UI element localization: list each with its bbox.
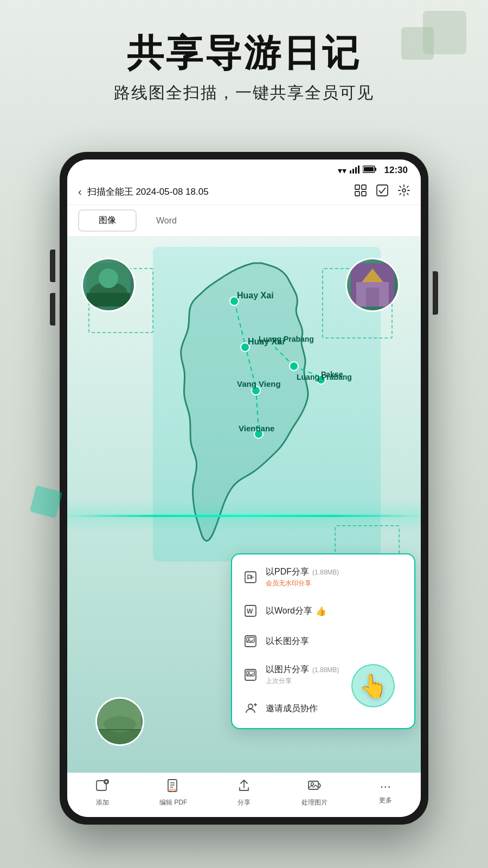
svg-rect-39 [366,288,379,307]
app-header: ‹ 扫描全能王 2024-05-08 18.05 [67,179,421,205]
photo-huay-xai [81,258,136,312]
svg-rect-8 [362,185,366,189]
phone-frame: ▾▾ [60,152,428,825]
svg-text:Vientiane: Vientiane [239,424,274,433]
nav-share-label: 分享 [237,798,251,807]
svg-text:Luang Prabang: Luang Prabang [259,335,314,343]
svg-rect-9 [355,192,359,196]
nav-add-label: 添加 [96,798,109,807]
status-time: 12:30 [384,165,408,176]
checkbox-icon[interactable] [376,184,388,199]
tab-word[interactable]: Word [137,209,196,232]
image-icon [243,667,258,682]
pdf-edit-icon: PDF [166,778,181,796]
pdf-share-text: 以PDF分享 (1.88MB) 会员无水印分享 [266,566,403,588]
longimg-share-text: 以长图分享 [266,636,403,647]
hero-section: 共享导游日记 路线图全扫描，一键共享全员可见 [0,33,488,104]
battery-icon [363,165,377,175]
svg-point-34 [99,269,118,288]
share-word-item[interactable]: W 以Word分享 👍 [232,596,414,626]
nav-more[interactable]: ··· 更多 [350,778,421,807]
grid-icon[interactable] [355,184,367,199]
word-share-text: 以Word分享 👍 [266,605,403,617]
svg-rect-2 [355,167,357,174]
share-pdf-item[interactable]: 以PDF分享 (1.88MB) 会员无水印分享 [232,559,414,596]
document-title: 扫描全能王 2024-05-08 18.05 [87,186,355,198]
volume-up-button[interactable] [50,250,55,282]
svg-rect-5 [375,168,376,171]
nav-share[interactable]: 分享 [209,778,279,807]
share-longimg-item[interactable]: 以长图分享 [232,626,414,656]
svg-rect-6 [364,167,374,171]
status-bar: ▾▾ [67,159,421,179]
nav-more-label: 更多 [379,796,392,805]
svg-rect-1 [352,169,354,174]
tab-bar: 图像 Word [67,205,421,236]
add-icon [95,778,110,796]
map-content: Huay Xai Huay Xai Luang Prabang Vang Vie… [67,236,421,773]
wifi-icon: ▾▾ [338,165,346,176]
photo-luang-prabang [345,258,400,312]
svg-text:PDF: PDF [169,788,177,792]
scan-line [67,515,421,517]
svg-rect-7 [355,185,359,189]
header-actions [355,184,410,199]
svg-point-23 [290,362,298,371]
svg-point-12 [402,189,406,192]
volume-down-button[interactable] [50,293,55,326]
svg-point-52 [248,639,250,640]
svg-rect-35 [87,293,130,307]
nav-process-label: 处理图片 [301,798,328,807]
user-icon [243,701,258,716]
back-button[interactable]: ‹ [78,186,82,198]
svg-rect-47 [245,572,256,583]
signal-icon [350,165,359,176]
word-icon: W [243,603,258,618]
more-icon: ··· [380,778,391,794]
hero-title: 共享导游日记 [127,33,361,73]
svg-text:Pakse: Pakse [321,370,343,379]
nav-process-image[interactable]: 处理图片 [279,778,350,807]
status-icons: ▾▾ [338,165,377,176]
svg-point-69 [311,783,314,786]
phone-mockup: ▾▾ [60,152,428,825]
svg-rect-11 [377,185,388,196]
bottom-navigation: 添加 PDF 编辑 PDF [67,773,421,817]
phone-screen: ▾▾ [67,159,421,817]
svg-text:W: W [247,608,253,615]
svg-text:Vang Vieng: Vang Vieng [237,379,281,388]
svg-text:Huay Xai: Huay Xai [237,291,274,300]
settings-icon[interactable] [398,184,410,199]
hero-subtitle: 路线图全扫描，一键共享全员可见 [22,82,466,104]
hand-cursor-indicator: 👆 [351,664,406,718]
tab-image[interactable]: 图像 [78,209,137,232]
pdf-icon [243,570,258,585]
photo-vang-vieng [95,697,144,746]
svg-rect-0 [350,170,351,174]
svg-point-56 [248,704,253,709]
process-image-icon [307,778,322,796]
power-button[interactable] [433,271,438,315]
nav-edit-pdf[interactable]: PDF 编辑 PDF [138,778,208,807]
svg-point-55 [248,672,250,674]
nav-edit-pdf-label: 编辑 PDF [159,798,187,807]
svg-rect-3 [358,165,359,174]
longimage-icon [243,634,258,649]
share-icon [237,778,251,796]
nav-add[interactable]: 添加 [67,778,138,807]
svg-rect-10 [362,192,366,196]
